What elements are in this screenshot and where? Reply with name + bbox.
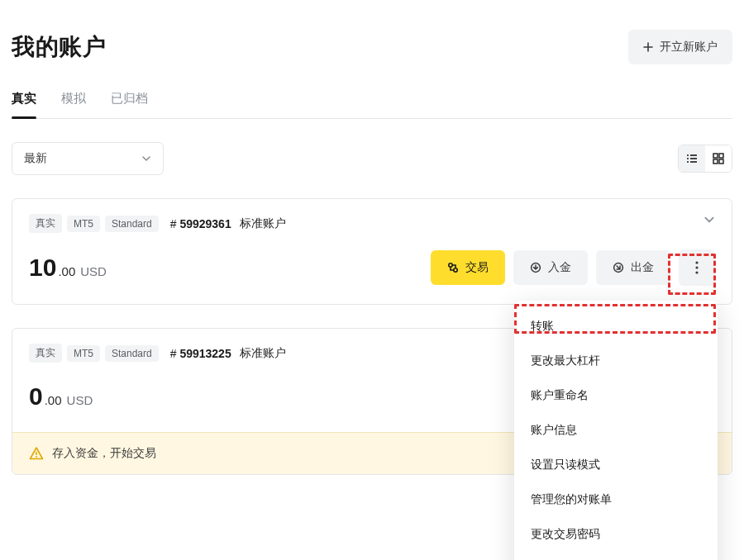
menu-item-label: 账户重命名 [531,388,589,401]
svg-rect-1 [690,154,697,156]
menu-item-label: 管理您的对账单 [531,492,612,505]
svg-point-10 [449,263,452,267]
more-actions-button[interactable] [679,249,715,286]
list-controls: 最新 [12,142,732,175]
view-list-button[interactable] [679,145,705,172]
badge-platform: MT5 [67,345,100,362]
menu-item-label: 账户信息 [531,423,577,436]
balance-decimal: .00 [45,393,62,407]
deposit-button[interactable]: 入金 [513,250,588,285]
tab-label: 真实 [12,91,36,105]
svg-rect-6 [713,154,718,158]
menu-item-label: 设置只读模式 [531,458,600,471]
menu-item-archive[interactable]: 归档账户 [514,552,718,560]
account-name: 标准账户 [240,216,286,231]
page-header: 我的账户 开立新账户 [12,0,732,83]
menu-item-label: 转账 [531,319,554,332]
menu-item-label: 更改交易密码 [531,527,600,540]
account-card: 真实 MT5 Standard # 59929361 标准账户 10 .00 U… [12,198,732,305]
account-id: # 59913225 [170,347,231,360]
balance-decimal: .00 [58,264,75,278]
svg-point-14 [695,261,698,263]
svg-rect-3 [690,158,697,159]
svg-point-15 [695,266,698,268]
badge-real: 真实 [29,214,62,233]
withdraw-button[interactable]: 出金 [596,250,670,285]
svg-rect-19 [36,452,37,455]
view-grid-button[interactable] [705,145,732,172]
badge-real: 真实 [29,344,62,363]
menu-item-rename[interactable]: 账户重命名 [514,378,718,413]
list-view-icon [685,152,699,165]
sort-value: 最新 [24,151,47,166]
account-name: 标准账户 [240,346,286,361]
svg-point-20 [36,456,37,458]
chevron-down-icon [141,154,151,164]
account-card-header: 真实 MT5 Standard # 59929361 标准账户 [12,199,732,233]
tab-demo[interactable]: 模拟 [61,91,86,118]
balance-whole: 0 [29,382,43,411]
svg-point-11 [454,268,457,272]
balance-whole: 10 [29,254,56,282]
menu-item-transfer[interactable]: 转账 [514,309,718,344]
menu-item-change-password[interactable]: 更改交易密码 [514,517,718,552]
trade-icon [447,262,459,273]
open-new-account-label: 开立新账户 [660,40,718,55]
svg-point-16 [695,271,698,273]
deposit-icon [530,262,541,273]
svg-rect-5 [690,161,697,163]
svg-rect-7 [719,154,723,158]
tab-label: 模拟 [61,91,86,105]
svg-rect-9 [719,159,723,164]
more-actions-menu: 转账 更改最大杠杆 账户重命名 账户信息 设置只读模式 管理您的对账单 更改交易… [514,301,718,560]
withdraw-icon [613,262,624,273]
account-balance: 10 .00 USD [29,254,107,282]
account-actions: 交易 入金 出金 [431,249,715,286]
account-id: # 59929361 [170,217,231,230]
tab-label: 已归档 [111,91,148,105]
menu-item-account-info[interactable]: 账户信息 [514,413,718,448]
plus-icon [643,42,653,52]
menu-item-change-leverage[interactable]: 更改最大杠杆 [514,344,718,378]
open-new-account-button[interactable]: 开立新账户 [628,30,732,64]
view-toggle [678,145,732,173]
tab-real[interactable]: 真实 [12,91,36,118]
menu-item-label: 更改最大杠杆 [531,354,600,367]
more-vertical-icon [695,261,699,274]
badge-type: Standard [105,216,159,232]
alert-text: 存入资金，开始交易 [52,446,156,461]
account-balance: 0 .00 USD [29,382,93,411]
account-card-body: 10 .00 USD 交易 入金 出金 [12,233,732,304]
page-title: 我的账户 [12,31,106,63]
svg-point-2 [687,158,689,159]
trade-label: 交易 [465,260,489,275]
warning-icon [29,446,44,461]
balance-currency: USD [67,393,93,407]
grid-view-icon [712,152,725,165]
svg-rect-8 [713,159,718,164]
trade-button[interactable]: 交易 [431,250,505,285]
account-tabs: 真实 模拟 已归档 [12,83,732,119]
badge-platform: MT5 [67,216,100,232]
menu-item-readonly[interactable]: 设置只读模式 [514,448,718,482]
deposit-label: 入金 [548,260,571,275]
svg-point-0 [687,154,689,156]
svg-point-4 [687,161,689,163]
sort-select[interactable]: 最新 [12,142,164,175]
tab-archived[interactable]: 已归档 [111,91,148,118]
badge-type: Standard [105,345,159,362]
balance-currency: USD [80,264,107,278]
withdraw-label: 出金 [631,260,654,275]
menu-item-statements[interactable]: 管理您的对账单 [514,482,718,517]
collapse-card-button[interactable] [703,214,715,225]
